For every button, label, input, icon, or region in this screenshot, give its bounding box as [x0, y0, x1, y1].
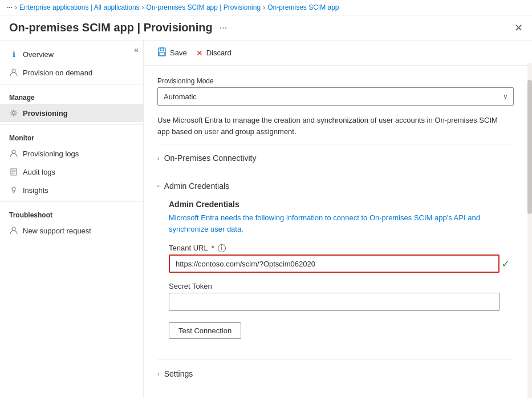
sidebar-item-audit-logs-label: Audit logs	[23, 168, 55, 176]
svg-rect-7	[160, 48, 164, 51]
breadcrumb-bar: ··· › Enterprise applications | All appl…	[0, 0, 532, 15]
sidebar-item-new-support-label: New support request	[23, 227, 91, 235]
tenant-url-info-icon[interactable]: i	[218, 244, 226, 252]
breadcrumb-chevron: ›	[15, 3, 17, 11]
save-button[interactable]: Save	[157, 45, 187, 60]
discard-icon: ✕	[196, 49, 203, 58]
tenant-url-group: Tenant URL * i ✓	[169, 244, 514, 273]
provisioning-mode-section: Provisioning Mode Automatic Manual ∨	[157, 77, 514, 106]
svg-point-1	[13, 112, 15, 115]
scrollbar-track[interactable]	[527, 63, 532, 398]
settings-chevron-icon: ›	[157, 370, 160, 377]
sidebar-item-audit-logs[interactable]: Audit logs	[0, 163, 143, 181]
sidebar-item-provisioning-logs-label: Provisioning logs	[23, 150, 79, 158]
provisioning-mode-select[interactable]: Automatic Manual	[157, 87, 514, 106]
admin-credentials-section: › Admin Credentials Admin Credentials Mi…	[157, 172, 514, 346]
overview-icon: ℹ	[9, 50, 18, 59]
insights-icon	[9, 185, 18, 195]
provisioning-logs-icon	[9, 149, 18, 158]
provisioning-mode-label: Provisioning Mode	[157, 77, 514, 85]
breadcrumb-link-2[interactable]: On-premises SCIM app | Provisioning	[147, 3, 261, 11]
spacer	[157, 346, 514, 359]
sidebar-item-provisioning-logs[interactable]: Provisioning logs	[0, 144, 143, 163]
breadcrumb-chevron-2: ›	[142, 3, 144, 11]
sidebar-item-overview[interactable]: ℹ Overview	[0, 45, 143, 63]
title-more-icon[interactable]: ···	[220, 23, 227, 33]
svg-point-2	[12, 150, 15, 153]
sidebar-section-monitor: Monitor	[0, 127, 143, 144]
discard-button[interactable]: ✕ Discard	[196, 46, 232, 60]
content-area: Provisioning Mode Automatic Manual ∨ Use…	[144, 66, 532, 398]
settings-header[interactable]: › Settings	[157, 367, 514, 381]
save-label: Save	[170, 49, 187, 57]
sidebar-item-new-support[interactable]: New support request	[0, 221, 143, 240]
sidebar-item-insights[interactable]: Insights	[0, 181, 143, 199]
admin-credentials-header[interactable]: › Admin Credentials	[157, 179, 514, 193]
breadcrumb-link-1[interactable]: Enterprise applications | All applicatio…	[19, 3, 140, 11]
test-connection-button[interactable]: Test Connection	[169, 322, 241, 339]
tenant-url-label: Tenant URL * i	[169, 244, 514, 252]
svg-rect-6	[159, 48, 165, 56]
sidebar-item-provisioning-label: Provisioning	[23, 109, 68, 118]
provision-on-demand-icon	[9, 68, 18, 77]
tenant-url-required: *	[212, 244, 214, 252]
admin-creds-description: Microsoft Entra needs the following info…	[169, 212, 499, 235]
on-premises-chevron-icon: ›	[157, 155, 160, 161]
scrollbar-thumb[interactable]	[527, 80, 532, 214]
audit-logs-icon	[9, 167, 18, 176]
svg-point-4	[12, 187, 15, 191]
provisioning-description: Use Microsoft Entra to manage the creati…	[157, 115, 511, 137]
svg-point-5	[12, 227, 15, 231]
tenant-url-input-wrapper: ✓	[169, 255, 514, 273]
admin-creds-title: Admin Credentials	[169, 200, 514, 209]
on-premises-label: On-Premises Connectivity	[164, 153, 257, 163]
svg-point-0	[12, 69, 15, 72]
main-layout: « ℹ Overview Provision on demand Manage …	[0, 41, 532, 398]
sidebar-divider-1	[0, 84, 143, 84]
on-premises-header[interactable]: › On-Premises Connectivity	[157, 151, 514, 165]
breadcrumb-dots[interactable]: ···	[7, 3, 13, 11]
sidebar-item-provision-on-demand[interactable]: Provision on demand	[0, 63, 143, 82]
new-support-icon	[9, 226, 18, 235]
secret-token-input[interactable]	[169, 293, 499, 311]
main-content: Save ✕ Discard Provisioning Mode Automat…	[144, 41, 532, 398]
settings-section: › Settings	[157, 359, 514, 387]
sidebar-item-insights-label: Insights	[23, 186, 48, 195]
close-button[interactable]: ✕	[514, 22, 523, 34]
sidebar-divider-3	[0, 201, 143, 202]
admin-creds-chevron-icon: ›	[155, 185, 162, 187]
discard-label: Discard	[206, 49, 232, 57]
sidebar-item-overview-label: Overview	[23, 50, 54, 59]
settings-label: Settings	[164, 369, 193, 378]
sidebar-section-troubleshoot: Troubleshoot	[0, 204, 143, 221]
tenant-url-check-icon: ✓	[502, 258, 509, 269]
page-title: On-premises SCIM app | Provisioning	[9, 21, 213, 34]
tenant-url-label-text: Tenant URL	[169, 244, 208, 252]
sidebar-collapse-button[interactable]: «	[134, 45, 139, 54]
breadcrumb-chevron-3: ›	[263, 3, 265, 11]
svg-rect-8	[159, 52, 165, 55]
secret-token-label-text: Secret Token	[169, 282, 212, 290]
breadcrumb-link-3[interactable]: On-premises SCIM app	[267, 3, 339, 11]
secret-token-label: Secret Token	[169, 282, 514, 290]
sidebar-divider-2	[0, 124, 143, 125]
tenant-url-input[interactable]	[169, 255, 499, 273]
sidebar: « ℹ Overview Provision on demand Manage …	[0, 41, 144, 398]
title-bar: On-premises SCIM app | Provisioning ··· …	[0, 15, 532, 41]
admin-credentials-label: Admin Credentials	[164, 181, 229, 191]
admin-credentials-content: Admin Credentials Microsoft Entra needs …	[157, 193, 514, 339]
secret-token-group: Secret Token	[169, 282, 514, 311]
provisioning-mode-select-wrapper: Automatic Manual ∨	[157, 87, 514, 106]
sidebar-item-provisioning[interactable]: Provisioning	[0, 104, 143, 122]
toolbar: Save ✕ Discard	[144, 41, 532, 66]
provisioning-icon	[9, 108, 18, 118]
save-icon	[157, 47, 166, 58]
on-premises-section: › On-Premises Connectivity	[157, 144, 514, 172]
sidebar-section-manage: Manage	[0, 87, 143, 104]
sidebar-item-provision-label: Provision on demand	[23, 68, 92, 77]
